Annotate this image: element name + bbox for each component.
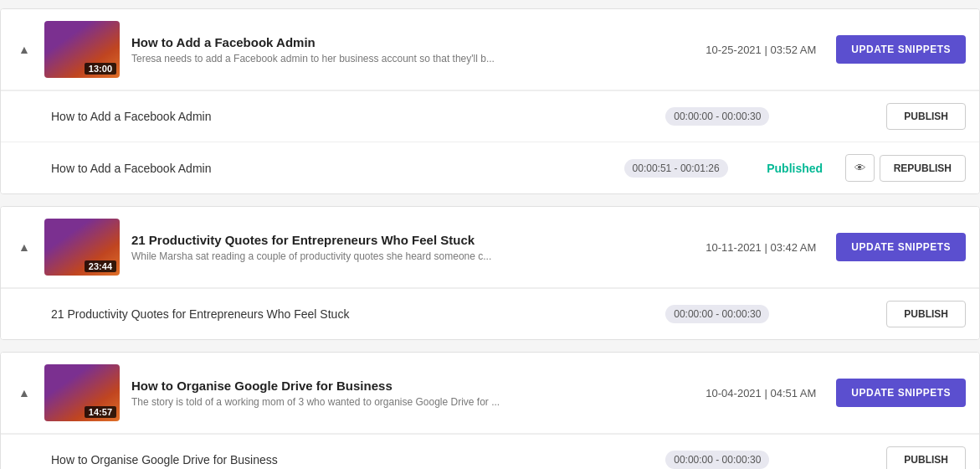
episode-date-1: 10-25-2021 | 03:52 AM [705, 44, 816, 56]
update-snippets-btn-2[interactable]: UPDATE SNIPPETS [836, 233, 966, 261]
action-group-3a: PUBLISH [886, 446, 966, 469]
episode-group-3: ▲ 14:57 How to Organise Google Drive for… [0, 352, 980, 469]
action-group-1a: PUBLISH [886, 103, 966, 130]
snippet-row-2a: 21 Productivity Quotes for Entrepreneurs… [1, 288, 979, 339]
collapse-icon-1[interactable]: ▲ [14, 39, 34, 59]
episode-info-1: How to Add a Facebook Admin Teresa needs… [131, 35, 685, 64]
duration-2: 23:44 [85, 260, 116, 272]
action-group-2a: PUBLISH [886, 301, 966, 327]
thumbnail-3: 14:57 [44, 364, 120, 421]
duration-3: 14:57 [85, 406, 116, 418]
time-range-3a: 00:00:00 - 00:00:30 [665, 451, 769, 469]
publish-btn-1a[interactable]: PUBLISH [886, 103, 966, 130]
publish-btn-2a[interactable]: PUBLISH [886, 301, 966, 327]
collapse-icon-3[interactable]: ▲ [14, 383, 34, 403]
snippet-row-1b: How to Add a Facebook Admin 00:00:51 - 0… [1, 142, 979, 193]
thumbnail-2: 23:44 [44, 219, 120, 276]
episode-info-3: How to Organise Google Drive for Busines… [131, 379, 685, 408]
snippet-title-1a: How to Add a Facebook Admin [51, 110, 649, 123]
episode-group-2: ▲ 23:44 21 Productivity Quotes for Entre… [0, 206, 980, 340]
episode-date-3: 10-04-2021 | 04:51 AM [705, 387, 816, 399]
snippet-row-3a: How to Organise Google Drive for Busines… [1, 434, 979, 469]
thumbnail-1: 13:00 [44, 21, 120, 78]
snippet-title-1b: How to Add a Facebook Admin [51, 162, 608, 175]
eye-btn-1b[interactable]: 👁 [845, 154, 875, 182]
episode-date-2: 10-11-2021 | 03:42 AM [705, 241, 816, 254]
snippet-title-2a: 21 Productivity Quotes for Entrepreneurs… [51, 307, 649, 321]
episode-title-3: How to Organise Google Drive for Busines… [131, 379, 685, 393]
collapse-icon-2[interactable]: ▲ [14, 237, 34, 257]
update-snippets-btn-3[interactable]: UPDATE SNIPPETS [836, 379, 966, 407]
republish-btn-1b[interactable]: REPUBLISH [880, 155, 966, 182]
episode-title-2: 21 Productivity Quotes for Entrepreneurs… [131, 233, 685, 247]
time-range-1a: 00:00:00 - 00:00:30 [665, 107, 769, 126]
main-container: ▲ 13:00 How to Add a Facebook Admin Tere… [0, 0, 980, 469]
episode-desc-3: The story is told of a working mom of 3 … [131, 396, 685, 408]
episode-title-1: How to Add a Facebook Admin [131, 35, 685, 49]
episode-header-1: ▲ 13:00 How to Add a Facebook Admin Tere… [1, 9, 979, 90]
publish-btn-3a[interactable]: PUBLISH [886, 446, 966, 469]
snippet-title-3a: How to Organise Google Drive for Busines… [51, 453, 649, 466]
time-range-2a: 00:00:00 - 00:00:30 [665, 305, 769, 323]
episode-group-1: ▲ 13:00 How to Add a Facebook Admin Tere… [0, 8, 980, 194]
action-group-1b: 👁 REPUBLISH [845, 154, 966, 182]
episode-desc-1: Teresa needs to add a Facebook admin to … [131, 53, 685, 64]
update-snippets-btn-1[interactable]: UPDATE SNIPPETS [836, 35, 966, 64]
eye-icon-1b: 👁 [854, 162, 865, 174]
episode-header-3: ▲ 14:57 How to Organise Google Drive for… [1, 353, 979, 434]
published-status-1b: Published [762, 162, 829, 175]
episode-info-2: 21 Productivity Quotes for Entrepreneurs… [131, 233, 685, 262]
time-range-1b: 00:00:51 - 00:01:26 [624, 159, 728, 178]
episode-desc-2: While Marsha sat reading a couple of pro… [131, 250, 685, 262]
episode-header-2: ▲ 23:44 21 Productivity Quotes for Entre… [1, 207, 979, 288]
snippet-row-1a: How to Add a Facebook Admin 00:00:00 - 0… [1, 90, 979, 142]
duration-1: 13:00 [85, 63, 116, 75]
